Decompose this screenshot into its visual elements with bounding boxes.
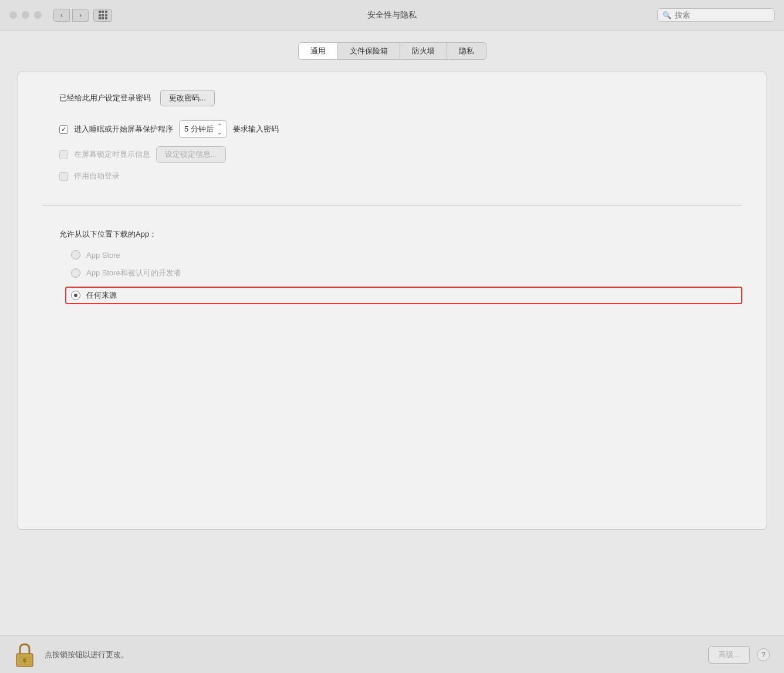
tabs: 通用 文件保险箱 防火墙 隐私 — [18, 42, 766, 60]
grid-button[interactable] — [93, 9, 112, 22]
disable-autologin-checkbox[interactable] — [59, 172, 68, 181]
radio-appstore-devs-row: App Store和被认可的开发者 — [71, 268, 742, 278]
help-button[interactable]: ? — [757, 648, 770, 661]
show-message-option-row: 在屏幕锁定时显示信息 设定锁定信息... — [59, 146, 742, 163]
screensaver-select[interactable]: 5 分钟后 ⌃⌄ — [179, 120, 227, 138]
search-box[interactable]: 🔍 — [657, 8, 775, 22]
divider — [42, 205, 742, 206]
bottom-bar: 点按锁按钮以进行更改。 高级... ? — [0, 635, 784, 673]
screensaver-option-row: 进入睡眠或开始屏幕保护程序 5 分钟后 ⌃⌄ 要求输入密码 — [59, 120, 742, 138]
back-button[interactable]: ‹ — [53, 9, 70, 22]
downloads-section: 允许从以下位置下载的App： App Store App Store和被认可的开… — [59, 229, 742, 304]
close-button[interactable] — [9, 11, 17, 19]
advanced-button[interactable]: 高级... — [708, 646, 750, 664]
bottom-right: 高级... ? — [708, 646, 770, 664]
radio-appstore-devs-label: App Store和被认可的开发者 — [86, 268, 181, 278]
disable-autologin-option-row: 停用自动登录 — [59, 171, 742, 181]
search-input[interactable] — [675, 11, 769, 19]
main-content: 通用 文件保险箱 防火墙 隐私 已经给此用户设定登录密码 更改密码... 进入睡… — [0, 31, 784, 541]
tab-firewall[interactable]: 防火墙 — [400, 42, 447, 60]
options-section: 进入睡眠或开始屏幕保护程序 5 分钟后 ⌃⌄ 要求输入密码 在屏幕锁定时显示信息… — [59, 120, 742, 181]
set-lock-message-button: 设定锁定信息... — [156, 146, 226, 163]
minimize-button[interactable] — [22, 11, 29, 19]
screensaver-checkbox[interactable] — [59, 125, 68, 134]
forward-button[interactable]: › — [72, 9, 89, 22]
select-arrow-icon: ⌃⌄ — [217, 123, 222, 136]
radio-group: App Store App Store和被认可的开发者 任何来源 — [71, 250, 742, 304]
radio-anywhere[interactable] — [71, 291, 80, 300]
grid-icon — [99, 11, 107, 19]
tab-privacy[interactable]: 隐私 — [447, 42, 486, 60]
show-message-label: 在屏幕锁定时显示信息 — [74, 149, 150, 160]
maximize-button[interactable] — [34, 11, 42, 19]
radio-appstore[interactable] — [71, 250, 80, 260]
radio-appstore-row: App Store — [71, 250, 742, 260]
nav-buttons: ‹ › — [53, 9, 89, 22]
change-password-button[interactable]: 更改密码... — [160, 90, 215, 106]
lock-icon[interactable] — [14, 642, 35, 667]
screensaver-select-value: 5 分钟后 — [184, 124, 214, 134]
password-label: 已经给此用户设定登录密码 — [59, 93, 151, 103]
window-title: 安全性与隐私 — [367, 10, 417, 21]
titlebar: ‹ › 安全性与隐私 🔍 — [0, 0, 784, 31]
password-section: 已经给此用户设定登录密码 更改密码... — [59, 90, 742, 106]
tab-general[interactable]: 通用 — [298, 42, 338, 60]
radio-anywhere-row: 任何来源 — [65, 287, 742, 304]
require-password-label: 要求输入密码 — [233, 124, 279, 134]
traffic-lights — [9, 11, 42, 19]
search-icon: 🔍 — [663, 11, 671, 19]
settings-panel: 已经给此用户设定登录密码 更改密码... 进入睡眠或开始屏幕保护程序 5 分钟后… — [18, 72, 766, 530]
radio-appstore-label: App Store — [86, 251, 120, 260]
lock-svg — [14, 642, 35, 668]
screensaver-label: 进入睡眠或开始屏幕保护程序 — [74, 124, 173, 134]
radio-anywhere-label: 任何来源 — [86, 290, 117, 301]
radio-appstore-devs[interactable] — [71, 268, 80, 278]
disable-autologin-label: 停用自动登录 — [74, 171, 120, 181]
tab-filevault[interactable]: 文件保险箱 — [338, 42, 400, 60]
lock-text: 点按锁按钮以进行更改。 — [45, 650, 129, 660]
downloads-label: 允许从以下位置下载的App： — [59, 229, 742, 240]
show-message-checkbox[interactable] — [59, 150, 68, 159]
